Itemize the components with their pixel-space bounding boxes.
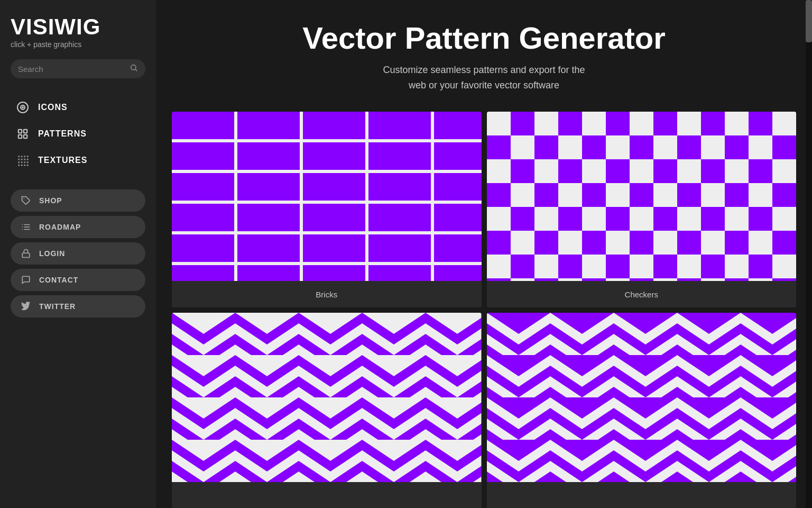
grid-icon xyxy=(16,127,30,141)
nav-section: ICONS PATTERNS xyxy=(11,94,145,174)
pattern-card-chevron-2[interactable] xyxy=(487,313,797,508)
svg-rect-7 xyxy=(19,135,22,138)
dots-icon xyxy=(16,153,30,167)
sidebar-item-patterns[interactable]: PATTERNS xyxy=(11,121,145,147)
chevron-preview-2 xyxy=(487,313,797,482)
chat-icon xyxy=(20,274,32,286)
sidebar-item-login-label: LOGIN xyxy=(39,249,65,258)
tag-icon xyxy=(20,195,32,206)
sidebar-item-twitter[interactable]: TWITTER xyxy=(11,295,145,318)
sidebar-item-icons[interactable]: ICONS xyxy=(11,94,145,121)
logo: VISIWIG click + paste graphics xyxy=(11,16,145,59)
sidebar-item-icons-label: ICONS xyxy=(38,103,68,112)
pattern-card-bricks[interactable]: Bricks xyxy=(172,112,482,307)
sidebar-item-roadmap[interactable]: ROADMAP xyxy=(11,216,145,238)
bricks-preview xyxy=(172,112,482,281)
svg-point-23 xyxy=(24,165,25,166)
sidebar-item-twitter-label: TWITTER xyxy=(39,302,76,311)
hero-section: Vector Pattern Generator Customize seaml… xyxy=(172,21,796,93)
checkers-label: Checkers xyxy=(487,281,797,307)
scrollbar-thumb[interactable] xyxy=(806,0,812,42)
list-icon xyxy=(20,221,32,233)
sidebar-item-shop-label: SHOP xyxy=(39,196,62,205)
svg-rect-36 xyxy=(172,313,482,482)
checkers-preview xyxy=(487,112,797,281)
svg-rect-40 xyxy=(487,313,797,482)
svg-point-12 xyxy=(18,159,20,160)
pattern-grid: Bricks Checkers xyxy=(172,112,796,508)
scrollbar-track[interactable] xyxy=(806,0,812,508)
svg-rect-32 xyxy=(22,253,30,257)
sidebar: VISIWIG click + paste graphics ICONS xyxy=(0,0,156,508)
chevron-1-label xyxy=(172,482,482,508)
svg-line-1 xyxy=(135,69,137,71)
svg-point-4 xyxy=(22,107,23,108)
svg-point-14 xyxy=(24,159,25,160)
sidebar-item-textures[interactable]: TEXTURES xyxy=(11,147,145,174)
svg-point-22 xyxy=(21,165,23,166)
svg-rect-5 xyxy=(19,130,22,133)
svg-point-18 xyxy=(27,156,29,157)
svg-point-24 xyxy=(27,165,29,166)
chevron-preview-1 xyxy=(172,313,482,482)
svg-point-10 xyxy=(21,156,23,157)
svg-point-13 xyxy=(21,159,23,160)
page-title: Vector Pattern Generator xyxy=(172,21,796,55)
svg-point-11 xyxy=(24,156,25,157)
sidebar-item-contact[interactable]: CONTACT xyxy=(11,269,145,291)
main-content: Vector Pattern Generator Customize seaml… xyxy=(156,0,812,508)
twitter-icon xyxy=(20,301,32,312)
search-icon xyxy=(130,64,138,74)
pattern-card-checkers[interactable]: Checkers xyxy=(487,112,797,307)
sidebar-item-textures-label: TEXTURES xyxy=(38,156,87,165)
sidebar-item-contact-label: CONTACT xyxy=(39,276,78,284)
svg-point-19 xyxy=(27,159,29,160)
sidebar-item-patterns-label: PATTERNS xyxy=(38,129,87,139)
hero-subtitle: Customize seamless patterns and export f… xyxy=(172,62,796,93)
svg-rect-6 xyxy=(24,130,27,133)
logo-title: VISIWIG xyxy=(11,16,145,38)
pill-section: SHOP ROADMAP xyxy=(11,189,145,318)
svg-point-9 xyxy=(18,156,20,157)
logo-subtitle: click + paste graphics xyxy=(11,40,145,49)
bricks-label: Bricks xyxy=(172,281,482,307)
sidebar-item-login[interactable]: LOGIN xyxy=(11,242,145,265)
svg-point-20 xyxy=(27,161,29,163)
svg-point-16 xyxy=(21,161,23,163)
target-icon xyxy=(16,101,30,114)
svg-point-21 xyxy=(18,165,20,166)
chevron-2-label xyxy=(487,482,797,508)
lock-icon xyxy=(20,248,32,259)
svg-point-17 xyxy=(24,161,25,163)
pattern-card-chevron-1[interactable] xyxy=(172,313,482,508)
svg-point-15 xyxy=(18,161,20,163)
search-box[interactable] xyxy=(11,59,145,78)
sidebar-item-shop[interactable]: SHOP xyxy=(11,189,145,212)
sidebar-item-roadmap-label: ROADMAP xyxy=(39,223,81,231)
svg-rect-8 xyxy=(24,135,27,138)
search-input[interactable] xyxy=(18,65,130,74)
